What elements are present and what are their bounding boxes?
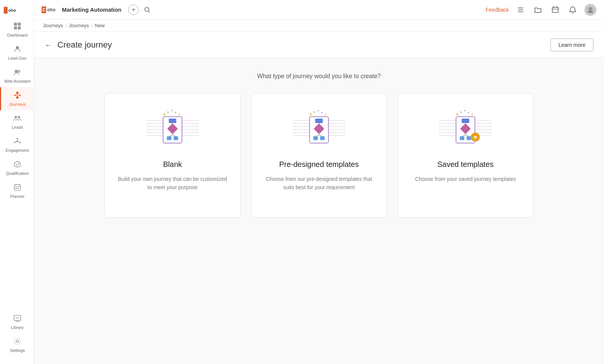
back-button[interactable]: ← xyxy=(45,41,52,49)
leads-label: Leads xyxy=(12,125,23,130)
svg-point-8 xyxy=(17,70,20,73)
svg-point-94 xyxy=(325,114,327,116)
svg-text:Z: Z xyxy=(42,7,45,12)
svg-rect-98 xyxy=(313,136,318,140)
svg-rect-97 xyxy=(315,119,323,123)
svg-point-65 xyxy=(171,110,173,111)
svg-line-22 xyxy=(18,142,20,142)
qualification-label: Qualification xyxy=(6,171,29,176)
sidebar-item-engagement[interactable]: Engagement xyxy=(0,133,34,156)
topbar-logo: Z oho Marketing Automation xyxy=(42,6,122,14)
sidebar-item-library[interactable]: Library xyxy=(0,310,34,333)
sidebar-item-planner[interactable]: Planner xyxy=(0,179,34,202)
library-icon xyxy=(13,314,22,324)
svg-rect-124 xyxy=(460,136,464,140)
svg-rect-4 xyxy=(14,26,17,29)
topbar-zoho-logo: Z oho xyxy=(42,6,59,14)
svg-rect-99 xyxy=(320,136,325,140)
list-icon xyxy=(517,6,524,14)
topbar-right: Feedback xyxy=(486,4,596,16)
sidebar-bottom: Library Settings xyxy=(0,310,34,360)
bell-icon xyxy=(569,6,576,14)
svg-point-63 xyxy=(163,113,165,116)
svg-rect-45 xyxy=(552,7,558,12)
svg-point-116 xyxy=(456,113,458,116)
dashboard-label: Dashboard xyxy=(7,33,28,37)
svg-rect-5 xyxy=(18,26,21,29)
page-header: ← Create journey Learn more xyxy=(34,32,604,58)
avatar-icon xyxy=(586,6,595,14)
sidebar-item-settings[interactable]: Settings xyxy=(0,333,34,356)
page-content: What type of journey would you like to c… xyxy=(34,58,604,364)
svg-rect-125 xyxy=(467,136,471,140)
user-avatar[interactable] xyxy=(584,4,596,16)
back-arrow-icon: ← xyxy=(45,41,52,49)
journey-card-predesigned[interactable]: Pre-designed templates Choose from our p… xyxy=(251,93,387,218)
list-icon-button[interactable] xyxy=(515,4,526,15)
sidebar-item-leads[interactable]: Leads xyxy=(0,110,34,133)
svg-point-14 xyxy=(15,116,17,118)
saved-journey-illustration: ★ xyxy=(439,109,492,151)
sidebar: oho Dashboard Lead Gen xyxy=(0,0,34,364)
engagement-icon xyxy=(13,137,22,147)
svg-rect-70 xyxy=(169,119,176,123)
zoho-logo-icon: oho xyxy=(4,7,19,14)
svg-rect-72 xyxy=(174,136,178,140)
sidebar-item-qualification[interactable]: Qualification xyxy=(0,156,34,179)
svg-point-90 xyxy=(310,113,312,116)
breadcrumb: Journeys › Journeys › New xyxy=(34,20,604,32)
sidebar-item-journeys[interactable]: Journeys xyxy=(0,87,34,110)
calendar-icon-button[interactable] xyxy=(550,4,561,15)
svg-point-6 xyxy=(16,46,19,49)
svg-rect-31 xyxy=(17,188,18,189)
svg-rect-10 xyxy=(16,96,19,99)
svg-point-91 xyxy=(314,111,315,113)
saved-card-title: Saved templates xyxy=(438,160,494,169)
breadcrumb-link-journeys1[interactable]: Journeys xyxy=(43,23,63,28)
search-button[interactable] xyxy=(142,5,153,15)
svg-rect-3 xyxy=(18,23,21,26)
sidebar-nav: Dashboard Lead Gen Web Assistant xyxy=(0,18,34,310)
svg-point-117 xyxy=(460,111,462,113)
blank-card-desc: Build your own journey that can be custo… xyxy=(116,175,230,192)
page-header-left: ← Create journey xyxy=(45,40,112,50)
svg-text:oho: oho xyxy=(8,8,16,12)
svg-point-66 xyxy=(175,112,176,113)
predesigned-card-title: Pre-designed templates xyxy=(279,160,359,169)
predesigned-card-icon-area xyxy=(293,107,345,153)
add-button[interactable]: + xyxy=(128,5,139,15)
svg-line-41 xyxy=(148,11,150,12)
learn-more-button[interactable]: Learn more xyxy=(550,39,593,51)
leadgen-label: Lead Gen xyxy=(8,56,26,60)
svg-point-19 xyxy=(17,140,18,142)
page-title: Create journey xyxy=(57,40,112,50)
sidebar-item-dashboard[interactable]: Dashboard xyxy=(0,18,34,41)
sidebar-item-leadgen[interactable]: Lead Gen xyxy=(0,41,34,64)
svg-point-18 xyxy=(19,142,21,143)
predesigned-card-desc: Choose from our pre-designed templates t… xyxy=(262,175,376,192)
svg-point-120 xyxy=(471,114,473,116)
svg-point-15 xyxy=(18,116,20,118)
svg-point-67 xyxy=(179,114,180,116)
feedback-link[interactable]: Feedback xyxy=(486,7,509,13)
dashboard-icon xyxy=(13,22,22,31)
breadcrumb-link-journeys2[interactable]: Journeys xyxy=(69,23,89,28)
blank-card-title: Blank xyxy=(163,160,182,169)
folder-icon-button[interactable] xyxy=(532,4,544,15)
svg-marker-23 xyxy=(14,161,20,167)
bell-icon-button[interactable] xyxy=(567,4,578,15)
journey-card-saved[interactable]: ★ Saved templates Choose from your saved… xyxy=(398,93,533,218)
sidebar-item-webassistant[interactable]: Web Assistant xyxy=(0,64,34,87)
engagement-label: Engagement xyxy=(6,148,29,153)
svg-line-21 xyxy=(15,142,17,142)
svg-point-16 xyxy=(17,138,18,139)
svg-rect-2 xyxy=(14,23,17,26)
leadgen-icon xyxy=(13,45,22,54)
blank-card-icon-area xyxy=(146,107,199,153)
svg-rect-35 xyxy=(15,317,19,319)
svg-point-50 xyxy=(589,7,592,10)
journey-cards: Blank Build your own journey that can be… xyxy=(92,93,545,218)
leads-icon xyxy=(13,114,22,123)
blank-journey-illustration xyxy=(146,109,199,151)
journey-card-blank[interactable]: Blank Build your own journey that can be… xyxy=(105,93,240,218)
